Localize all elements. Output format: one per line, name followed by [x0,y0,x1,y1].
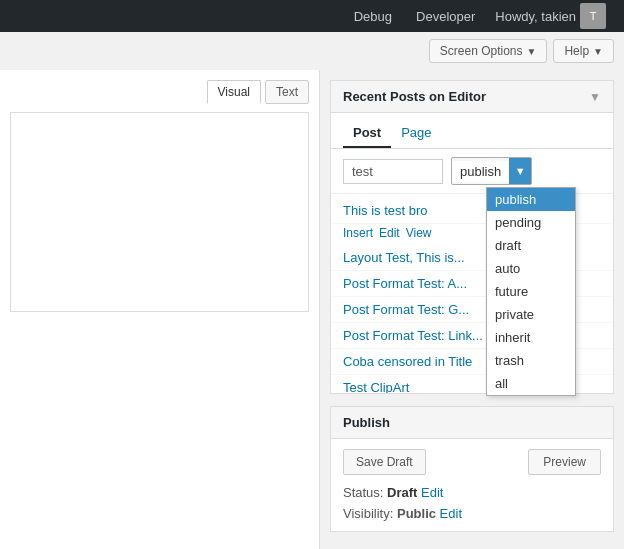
search-input[interactable] [343,159,443,184]
status-select-value: publish [452,161,509,182]
developer-menu-item[interactable]: Developer [404,0,487,32]
dropdown-item-draft[interactable]: draft [487,234,575,257]
view-link[interactable]: View [406,226,432,240]
admin-bar: Debug Developer Howdy, takien T [0,0,624,32]
right-panel: Recent Posts on Editor ▼ Post Page publi… [320,70,624,549]
help-button[interactable]: Help ▼ [553,39,614,63]
status-label: Status: [343,485,383,500]
dropdown-item-publish[interactable]: publish [487,188,575,211]
dropdown-item-auto[interactable]: auto [487,257,575,280]
screen-options-button[interactable]: Screen Options ▼ [429,39,548,63]
visibility-value: Public [397,506,436,521]
recent-posts-filter: publish ▼ publish pending draft auto fut… [331,149,613,193]
publish-actions: Save Draft Preview [343,449,601,475]
debug-menu-item[interactable]: Debug [342,0,404,32]
recent-posts-title: Recent Posts on Editor [343,89,486,104]
recent-posts-tabs: Post Page [331,113,613,149]
insert-link[interactable]: Insert [343,226,373,240]
tab-post[interactable]: Post [343,121,391,148]
publish-widget: Publish Save Draft Preview Status: Draft… [330,406,614,532]
howdy-item[interactable]: Howdy, takien T [487,0,614,32]
editor-area[interactable] [10,112,309,312]
dropdown-item-future[interactable]: future [487,280,575,303]
edit-link[interactable]: Edit [379,226,400,240]
publish-visibility-row: Visibility: Public Edit [343,506,601,521]
screen-options-label: Screen Options [440,44,523,58]
sub-toolbar: Screen Options ▼ Help ▼ [0,32,624,70]
dropdown-item-inherit[interactable]: inherit [487,326,575,349]
publish-status-row: Status: Draft Edit [343,485,601,500]
visibility-edit-link[interactable]: Edit [440,506,462,521]
screen-options-chevron-icon: ▼ [527,46,537,57]
recent-posts-widget: Recent Posts on Editor ▼ Post Page publi… [330,80,614,394]
status-select-wrap: publish ▼ [451,157,532,185]
dropdown-item-all[interactable]: all [487,372,575,395]
main-layout: Visual Text Recent Posts on Editor ▼ Pos… [0,70,624,549]
visibility-label: Visibility: [343,506,393,521]
dropdown-item-private[interactable]: private [487,303,575,326]
preview-button[interactable]: Preview [528,449,601,475]
status-edit-link[interactable]: Edit [421,485,443,500]
status-value: Draft [387,485,417,500]
dropdown-item-trash[interactable]: trash [487,349,575,372]
tab-text[interactable]: Text [265,80,309,104]
publish-title: Publish [331,407,613,439]
howdy-label: Howdy, takien [495,9,576,24]
editor-tabs: Visual Text [10,80,309,112]
status-dropdown-arrow[interactable]: ▼ [509,158,531,184]
save-draft-button[interactable]: Save Draft [343,449,426,475]
status-dropdown: publish pending draft auto future privat… [486,187,576,396]
tab-visual[interactable]: Visual [207,80,261,104]
recent-posts-header: Recent Posts on Editor ▼ [331,81,613,113]
tab-page[interactable]: Page [391,121,441,148]
editor-panel: Visual Text [0,70,320,549]
help-label: Help [564,44,589,58]
dropdown-item-pending[interactable]: pending [487,211,575,234]
help-chevron-icon: ▼ [593,46,603,57]
publish-body: Save Draft Preview Status: Draft Edit Vi… [331,439,613,531]
widget-collapse-icon[interactable]: ▼ [589,90,601,104]
avatar[interactable]: T [580,3,606,29]
